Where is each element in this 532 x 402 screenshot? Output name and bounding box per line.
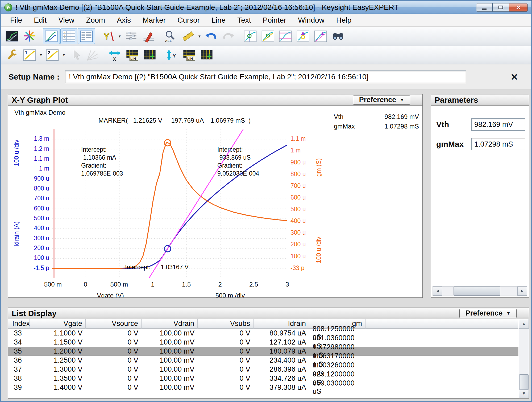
y-autoscale-button[interactable] (198, 47, 215, 63)
line-1-dropdown-caret[interactable]: ▼ (38, 47, 44, 63)
axis-sliders-button[interactable] (123, 28, 140, 44)
marker-fit-button[interactable] (312, 28, 329, 44)
svg-text:Y: Y (173, 53, 176, 58)
line-1-button[interactable]: 1 (21, 47, 38, 63)
gmmax-parameter-row: gmMax 1.07298 mS (436, 138, 525, 150)
parameters-horizontal-scrollbar[interactable]: ◄ ► (433, 286, 527, 296)
list-row-37[interactable]: 371.3000 V0 V100.00 mV0 V286.396 uA1.003… (8, 365, 518, 374)
scroll-down-button[interactable]: ▼ (519, 389, 529, 398)
fan-lines-button (84, 47, 101, 63)
y-lin-button[interactable]: LIN (181, 47, 198, 63)
list-vertical-scrollbar[interactable]: ▲ ▼ (519, 319, 529, 398)
menu-axis[interactable]: Axis (111, 15, 137, 26)
toolbar-separator (237, 28, 242, 44)
app-icon-letter: e (7, 4, 10, 11)
list-cell-filler (365, 338, 518, 347)
list-row-35[interactable]: 351.2000 V0 V100.00 mV0 V180.079 uA1.072… (8, 347, 518, 356)
binoculars-button[interactable] (330, 28, 347, 44)
redo-button (220, 28, 237, 44)
y-arrows-button[interactable]: Y (163, 47, 180, 63)
toolbar-separator (38, 28, 43, 44)
title-bar[interactable]: e ! Vth gmMax Demo [(2) "B1500A Quick St… (1, 1, 531, 14)
cursor-band-button[interactable] (277, 28, 294, 44)
left-axis-tick-label: 1 m (24, 165, 49, 172)
scroll-left-button[interactable]: ◄ (433, 287, 442, 296)
vth-readout-value: 982.169 mV (385, 113, 419, 121)
close-button[interactable]: × (509, 3, 528, 12)
x-lin-button[interactable]: LIN (124, 47, 141, 63)
menu-view[interactable]: View (52, 15, 80, 26)
y-autoscale-icon (200, 49, 214, 61)
graph-view-button[interactable] (43, 28, 60, 44)
list-cell: 234.400 uA (253, 356, 309, 365)
result-chart-icon (5, 30, 19, 43)
column-header-idrain[interactable]: Idrain (253, 319, 309, 329)
v-scrollbar-track[interactable] (519, 329, 529, 389)
menu-file[interactable]: File (4, 15, 28, 26)
x-autoscale-button[interactable] (141, 47, 158, 63)
list-row-36[interactable]: 361.2500 V0 V100.00 mV0 V234.400 uA1.063… (8, 356, 518, 365)
list-row-39[interactable]: 391.4000 V0 V100.00 mV0 V379.308 uA859.0… (8, 383, 518, 392)
list-panel-header: List Display Preference ▼ (8, 308, 529, 319)
table-view-button[interactable]: 123 (60, 28, 77, 44)
marker-peak-button[interactable] (294, 28, 311, 44)
annotate-pen-icon (142, 30, 156, 43)
menu-marker[interactable]: Marker (137, 15, 172, 26)
annotate-pen-button[interactable] (140, 28, 157, 44)
list-cell: 286.396 uA (253, 365, 309, 374)
setup-name-input[interactable]: ! Vth gmMax Demo [(2) "B1500A Quick Star… (65, 71, 466, 83)
ruler-dropdown-caret[interactable]: ▼ (197, 28, 202, 44)
marker-tangent-button[interactable] (259, 28, 276, 44)
y-marker-dropdown-caret[interactable]: ▼ (117, 28, 122, 44)
gmmax-parameter-input[interactable]: 1.07298 mS (471, 138, 525, 150)
marker-circle-button[interactable] (242, 28, 259, 44)
ruler-button[interactable] (180, 28, 197, 44)
list-cell: 0 V (198, 374, 253, 383)
column-header-vsource[interactable]: Vsource (86, 319, 142, 329)
tools-wrench-button[interactable] (3, 47, 20, 63)
list-row-33[interactable]: 331.1000 V0 V100.00 mV0 V80.9754 uA808.1… (8, 329, 518, 338)
undo-button[interactable] (202, 28, 219, 44)
menu-edit[interactable]: Edit (28, 15, 52, 26)
column-header-vgate[interactable]: Vgate (30, 319, 86, 329)
h-scrollbar-track[interactable] (442, 287, 517, 296)
minimize-button[interactable] (476, 3, 493, 12)
x-arrows-icon: X (108, 49, 122, 61)
result-chart-button[interactable] (3, 28, 20, 44)
list-row-34[interactable]: 341.1500 V0 V100.00 mV0 V127.102 uA991.0… (8, 338, 518, 347)
menu-help[interactable]: Help (330, 15, 358, 26)
zoom-all-button[interactable]: ALL (162, 28, 179, 44)
column-header-vdrain[interactable]: Vdrain (142, 319, 198, 329)
x-intercept-annotation: Intercept: 1.03167 V (125, 263, 189, 271)
maximize-button[interactable] (493, 3, 509, 12)
minimize-icon (482, 9, 487, 10)
x-arrows-button[interactable]: X (106, 47, 123, 63)
line-2-button[interactable]: 2 (44, 47, 61, 63)
left-axis-tick-label: -1.5 p (24, 264, 49, 272)
menu-cursor[interactable]: Cursor (172, 15, 206, 26)
menu-text[interactable]: Text (231, 15, 257, 26)
scroll-up-button[interactable]: ▲ (519, 319, 529, 329)
menu-zoom[interactable]: Zoom (80, 15, 111, 26)
list-cell: 0 V (86, 347, 142, 356)
menu-pointer[interactable]: Pointer (257, 15, 292, 26)
y-marker-button[interactable]: Y (100, 28, 117, 44)
graph-preference-button[interactable]: Preference ▼ (353, 96, 410, 105)
starburst-button[interactable] (21, 28, 38, 44)
h-scrollbar-thumb[interactable] (454, 287, 500, 296)
list-preference-button[interactable]: Preference ▼ (459, 309, 517, 318)
list-row-38[interactable]: 381.3500 V0 V100.00 mV0 V334.726 uA929.1… (8, 374, 518, 383)
line-2-dropdown-caret[interactable]: ▼ (61, 47, 66, 63)
column-header-vsubs[interactable]: Vsubs (198, 319, 253, 329)
toolbar-separator (102, 47, 106, 63)
column-header-index[interactable]: Index (8, 319, 30, 329)
vth-parameter-input[interactable]: 982.169 mV (471, 118, 525, 131)
scroll-right-button[interactable]: ► (517, 287, 527, 296)
left-axis-tick-label: 300 u (24, 235, 49, 242)
list-view-button[interactable] (78, 28, 95, 44)
menu-line[interactable]: Line (206, 15, 231, 26)
menu-window[interactable]: Window (292, 15, 330, 26)
right-axis-div-label: 100 u /div (315, 221, 322, 279)
setup-close-button[interactable]: × (511, 71, 518, 83)
v-scrollbar-thumb[interactable] (519, 374, 529, 390)
